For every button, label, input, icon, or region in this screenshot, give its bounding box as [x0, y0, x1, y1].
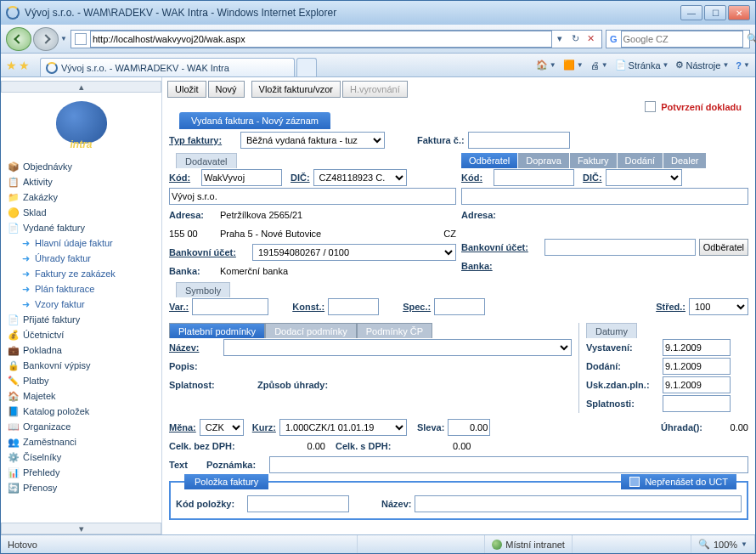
odb-tab-0[interactable]: Odběratel — [461, 153, 517, 168]
print-button[interactable]: 🖨▼ — [590, 60, 608, 71]
sidebar-item-21[interactable]: 🔄Přenosy — [1, 480, 161, 495]
typ-faktury-select[interactable]: Běžná vydaná faktura - tuz — [240, 132, 385, 149]
sleva-input[interactable] — [448, 419, 490, 436]
odb-tab-2[interactable]: Faktury — [570, 153, 617, 168]
sidebar-label: Zakázky — [23, 192, 58, 202]
address-dropdown[interactable]: ▾ — [552, 33, 567, 44]
pol-kod-input[interactable] — [247, 495, 349, 512]
spec-label: Spec.: — [403, 302, 431, 312]
sleva-label: Sleva: — [417, 422, 444, 432]
refresh-button[interactable]: ↻ — [567, 33, 583, 44]
odb-bu-input[interactable] — [544, 239, 696, 256]
sidebar-item-4[interactable]: 📄Vydané faktury — [1, 220, 161, 235]
search-button[interactable]: 🔍 — [747, 33, 756, 44]
d-vystaveni-input[interactable] — [663, 339, 731, 356]
pp-tab-2[interactable]: Podmínky ČP — [357, 323, 432, 338]
var-input[interactable] — [192, 298, 268, 315]
sidebar-item-13[interactable]: 🔒Bankovní výpisy — [1, 358, 161, 373]
new-tab-button[interactable] — [296, 58, 317, 76]
sidebar-item-7[interactable]: ➜Faktury ze zakázek — [1, 266, 161, 281]
odberatel-button[interactable]: Odběratel — [699, 239, 748, 256]
sidebar-item-18[interactable]: 👥Zaměstnanci — [1, 434, 161, 449]
sidebar-item-12[interactable]: 💼Pokladna — [1, 342, 161, 358]
stred-select[interactable]: 100 — [689, 298, 748, 315]
odb-tab-1[interactable]: Doprava — [518, 153, 569, 168]
konst-input[interactable] — [328, 298, 379, 315]
add-favorite-icon[interactable]: ★ — [19, 59, 30, 72]
feeds-button[interactable]: 🟧▼ — [563, 59, 584, 71]
browser-tab[interactable]: Vývoj s.r.o. - WAM\RADEKV - WAK Intra — [40, 58, 295, 76]
neprenaset-checkbox[interactable] — [629, 477, 640, 487]
sidebar-item-8[interactable]: ➜Plán fakturace — [1, 281, 161, 297]
sidebar-label: Katalog položek — [23, 406, 89, 416]
pozn-input[interactable] — [269, 456, 748, 473]
pp-tab-1[interactable]: Dodací podmínky — [265, 323, 357, 338]
sidebar-item-14[interactable]: ✏️Platby — [1, 373, 161, 388]
dod-name-input[interactable] — [169, 188, 456, 205]
search-box[interactable]: G 🔍 — [606, 30, 750, 48]
kurz-select[interactable]: 1.000CZK/1 01.01.19 — [279, 419, 407, 436]
insert-invoice-button[interactable]: Vložit fakturu/vzor — [251, 81, 341, 98]
odb-dic-select[interactable] — [606, 169, 682, 186]
pol-nazev-input[interactable] — [415, 495, 742, 512]
odb-tab-3[interactable]: Dodání — [618, 153, 663, 168]
odb-tab-4[interactable]: Dealer — [663, 153, 706, 168]
favorites-icon[interactable]: ★ — [6, 59, 17, 72]
pp-nazev-select[interactable] — [223, 339, 572, 356]
d-dodani-input[interactable] — [663, 358, 731, 375]
sidebar-item-19[interactable]: ⚙️Číselníky — [1, 449, 161, 465]
zoom-cell[interactable]: 🔍 100% ▼ — [691, 535, 755, 553]
sidebar-item-6[interactable]: ➜Úhrady faktur — [1, 251, 161, 266]
sidebar-item-11[interactable]: 💰Účetnictví — [1, 327, 161, 342]
tools-menu[interactable]: ⚙Nástroje▼ — [675, 59, 729, 71]
sidebar-item-17[interactable]: 📖Organizace — [1, 419, 161, 434]
maximize-button[interactable]: ☐ — [704, 5, 726, 20]
minimize-button[interactable]: — — [680, 5, 702, 20]
pp-tab-0[interactable]: Platební podmínky — [169, 323, 265, 338]
konst-label: Konst.: — [292, 302, 324, 312]
faktura-c-input[interactable] — [468, 132, 570, 149]
faktura-c-label: Faktura č.: — [417, 135, 465, 145]
sidebar-item-2[interactable]: 📁Zakázky — [1, 189, 161, 205]
close-button[interactable]: ✕ — [728, 5, 750, 20]
nav-history-dropdown[interactable]: ▼ — [60, 35, 67, 42]
spec-input[interactable] — [434, 298, 485, 315]
mena-select[interactable]: CZK — [200, 419, 244, 436]
sidebar-item-3[interactable]: 🟡Sklad — [1, 205, 161, 220]
new-button[interactable]: Nový — [208, 81, 245, 98]
sidebar-scroll-down[interactable]: ▾ — [1, 523, 161, 534]
sidebar-item-20[interactable]: 📊Přehledy — [1, 465, 161, 480]
sidebar-item-5[interactable]: ➜Hlavní údaje faktur — [1, 235, 161, 251]
sidebar-icon: 📊 — [8, 466, 20, 478]
hvyrovnani-button[interactable]: H.vyrovnání — [342, 81, 408, 98]
status-bar: Hotovo Místní intranet 🔍 100% ▼ — [1, 534, 755, 553]
dod-dic-select[interactable]: CZ48118923 C. — [313, 169, 407, 186]
sidebar-label: Účetnictví — [23, 330, 64, 340]
forward-button[interactable] — [33, 27, 59, 51]
home-button[interactable]: 🏠▼ — [536, 59, 556, 71]
stop-button[interactable]: ✕ — [583, 33, 598, 44]
sidebar-item-10[interactable]: 📄Přijaté faktury — [1, 312, 161, 327]
save-button[interactable]: Uložit — [167, 81, 206, 98]
search-input[interactable] — [621, 31, 743, 48]
back-button[interactable] — [6, 27, 31, 51]
sidebar-item-16[interactable]: 📘Katalog položek — [1, 404, 161, 419]
polozka-title: Položka faktury — [184, 474, 268, 489]
odb-name-input[interactable] — [461, 188, 748, 205]
help-button[interactable]: ?▼ — [736, 60, 750, 71]
d-usk-input[interactable] — [663, 376, 731, 393]
sidebar-scroll-up[interactable]: ▴ — [1, 81, 161, 93]
dod-bu-select[interactable]: 191594080267 / 0100 — [252, 244, 456, 261]
sidebar-item-9[interactable]: ➜Vzory faktur — [1, 297, 161, 312]
address-bar[interactable]: ▾ ↻ ✕ — [71, 30, 602, 48]
dod-kod-input[interactable] — [201, 169, 282, 186]
page-menu[interactable]: 📄Stránka▼ — [615, 59, 669, 71]
sidebar-item-15[interactable]: 🏠Majetek — [1, 388, 161, 404]
polozka-flag[interactable]: Nepřenášet do UCT — [621, 474, 736, 489]
confirm-checkbox[interactable] — [645, 101, 656, 112]
url-input[interactable] — [90, 31, 552, 48]
sidebar-item-0[interactable]: 📦Objednávky — [1, 159, 161, 174]
odb-kod-input[interactable] — [494, 169, 574, 186]
d-splatnosti-input[interactable] — [663, 395, 731, 412]
sidebar-item-1[interactable]: 📋Aktivity — [1, 174, 161, 189]
